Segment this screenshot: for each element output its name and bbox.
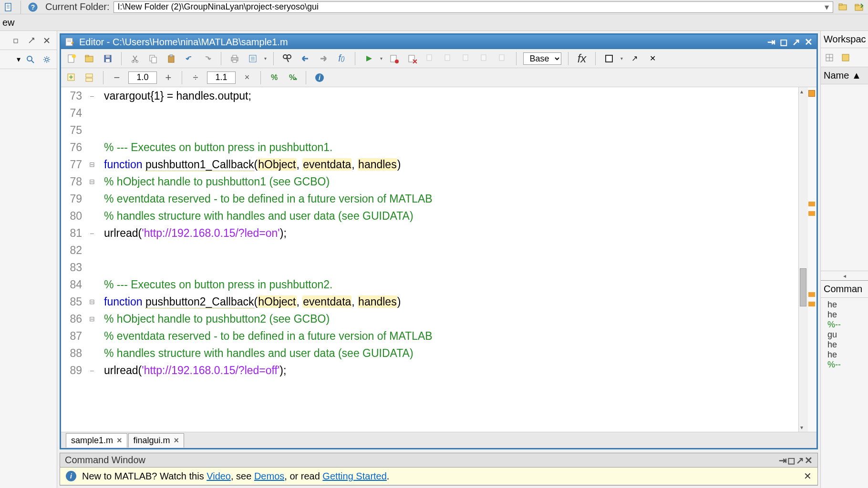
close-icon[interactable]: ✕ [804, 456, 813, 465]
close-toolbar-icon[interactable]: ✕ [646, 52, 659, 65]
cell-mode-icon[interactable] [602, 52, 616, 65]
code-line[interactable]: 89–urlread('http://192.168.0.15/?led=off… [61, 362, 798, 379]
code-line[interactable]: 87% eventdata reserved - to be defined i… [61, 327, 798, 345]
command-window-titlebar[interactable]: Command Window ⇥ ◻ ↗ ✕ [60, 453, 817, 468]
code-line[interactable]: 78⊟% hObject handle to pushbutton1 (see … [61, 173, 798, 190]
code-line[interactable]: 86⊟% hObject handle to pushbutton2 (see … [61, 310, 798, 327]
divide-icon[interactable]: ÷ [189, 71, 202, 84]
find-icon[interactable] [280, 52, 294, 65]
publish-icon[interactable] [246, 52, 259, 65]
dock-icon[interactable]: ⇥ [767, 38, 775, 46]
workspace-name-column[interactable]: Name ▲ [821, 67, 868, 84]
undock-icon[interactable] [10, 34, 22, 47]
code-line[interactable]: 80% handles structure with handles and u… [61, 207, 798, 224]
insert-cell-below-icon[interactable] [83, 71, 96, 84]
dock-icon[interactable]: ⇥ [778, 456, 787, 465]
tab-close-icon[interactable]: × [174, 436, 179, 446]
browse-folder-button[interactable] [837, 1, 849, 13]
minus-icon[interactable]: − [110, 71, 124, 84]
close-icon[interactable]: ✕ [804, 38, 813, 46]
close-icon[interactable] [41, 34, 53, 47]
code-line[interactable]: 74 [61, 104, 798, 122]
video-link[interactable]: Video [207, 471, 231, 481]
code-editor[interactable]: 73–varargout{1} = handles.output;747576%… [61, 87, 816, 432]
demos-link[interactable]: Demos [254, 471, 284, 481]
maximize-icon[interactable]: ↗ [796, 456, 804, 465]
exit-debug-icon[interactable] [496, 52, 509, 65]
svg-text:+: + [275, 73, 278, 78]
svg-point-41 [395, 60, 399, 63]
code-line[interactable]: 84% --- Executes on button press in push… [61, 276, 798, 293]
right-panel: Workspac Name ▲ ◂ Comman he he %-- gu he… [820, 31, 868, 488]
workspace-var-icon[interactable] [839, 51, 852, 64]
gear-icon[interactable] [41, 53, 53, 66]
doc-icon[interactable] [2, 1, 15, 13]
fx-icon[interactable]: fx [575, 52, 589, 65]
dropdown-arrow-icon[interactable]: ▾ [825, 2, 829, 12]
parent-folder-button[interactable] [853, 1, 866, 13]
function-icon[interactable]: f() [335, 52, 348, 65]
code-line[interactable]: 77⊟function pushbutton1_Callback(hObject… [61, 156, 798, 173]
copy-icon[interactable] [146, 52, 160, 65]
vertical-scrollbar[interactable]: ▴ ▾ [798, 87, 808, 432]
plus-icon[interactable]: + [162, 71, 175, 84]
step-icon[interactable] [424, 52, 437, 65]
code-line[interactable]: 82 [61, 242, 798, 259]
search-icon[interactable] [24, 53, 37, 66]
undock-editor-icon[interactable]: ↗ [628, 52, 641, 65]
save-icon[interactable] [101, 52, 114, 65]
editor-titlebar[interactable]: Editor - C:\Users\Home\nina\MATLAB\sampl… [61, 35, 816, 49]
maximize-icon[interactable]: ↗ [792, 38, 800, 46]
run-icon[interactable] [362, 52, 375, 65]
svg-rect-42 [409, 55, 414, 62]
back-icon[interactable] [299, 52, 312, 65]
continue-icon[interactable] [478, 52, 491, 65]
workspace-grid-icon[interactable] [823, 51, 836, 64]
code-marker-bar[interactable] [808, 87, 816, 432]
times-icon[interactable]: × [240, 71, 254, 84]
svg-rect-52 [86, 78, 93, 81]
current-folder-path[interactable]: I:\New Folder (2)\GroupNinaLyan\project-… [114, 1, 834, 13]
eval-cell-icon[interactable]: %+ [268, 71, 281, 84]
open-file-icon[interactable] [83, 52, 96, 65]
undo-icon[interactable] [183, 52, 196, 65]
info-icon[interactable]: i [313, 71, 326, 84]
insert-cell-icon[interactable]: + [65, 71, 78, 84]
editor-window: Editor - C:\Users\Home\nina\MATLAB\sampl… [60, 33, 818, 449]
redo-icon[interactable] [201, 52, 214, 65]
code-line[interactable]: 88% handles structure with handles and u… [61, 345, 798, 362]
decrement-value[interactable] [128, 71, 157, 84]
breakpoint-set-icon[interactable] [387, 52, 401, 65]
forward-icon[interactable] [317, 52, 330, 65]
file-tab-sample1[interactable]: sample1.m × [66, 433, 127, 447]
code-line[interactable]: 75 [61, 122, 798, 139]
step-out-icon[interactable] [460, 52, 473, 65]
code-line[interactable]: 83 [61, 259, 798, 276]
code-line[interactable]: 79% eventdata reserved - to be defined i… [61, 190, 798, 207]
multiply-value[interactable] [207, 71, 236, 84]
paste-icon[interactable] [165, 52, 178, 65]
tab-close-icon[interactable]: × [117, 436, 122, 446]
help-icon[interactable]: ? [27, 1, 39, 13]
code-line[interactable]: 81–urlread('http://192.168.0.15/?led=on'… [61, 224, 798, 242]
restore-icon[interactable]: ◻ [787, 456, 796, 465]
code-line[interactable]: 85⊟function pushbutton2_Callback(hObject… [61, 293, 798, 310]
maximize-icon[interactable] [25, 34, 38, 47]
cut-icon[interactable] [128, 52, 142, 65]
stack-dropdown[interactable]: Base [523, 52, 561, 65]
breakpoint-clear-icon[interactable] [405, 52, 419, 65]
dropdown-icon[interactable]: ▾ [17, 55, 21, 64]
code-line[interactable]: 73–varargout{1} = handles.output; [61, 87, 798, 104]
restore-icon[interactable]: ◻ [779, 38, 788, 46]
command-history-list[interactable]: he he %-- gu he he %-- [821, 298, 868, 488]
eval-advance-icon[interactable]: % [286, 71, 299, 84]
banner-close-icon[interactable]: ✕ [804, 470, 812, 482]
svg-line-12 [31, 61, 34, 63]
step-in-icon[interactable] [442, 52, 455, 65]
getting-started-link[interactable]: Getting Started [322, 471, 387, 481]
new-file-icon[interactable] [65, 52, 78, 65]
view-label: ew [2, 17, 60, 28]
print-icon[interactable] [228, 52, 241, 65]
file-tab-finalgui[interactable]: finalgui.m × [128, 433, 185, 447]
code-line[interactable]: 76% --- Executes on button press in push… [61, 139, 798, 156]
